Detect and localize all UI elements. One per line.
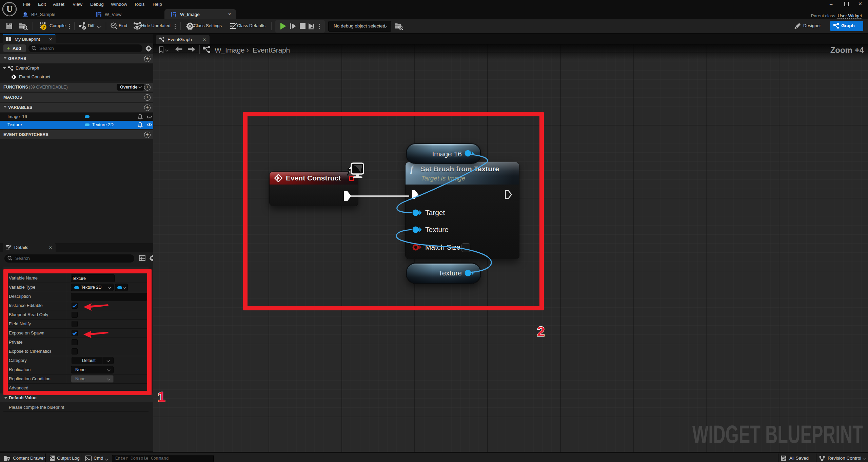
svg-text:?: ?: [42, 25, 45, 30]
svg-text:U: U: [6, 4, 13, 14]
